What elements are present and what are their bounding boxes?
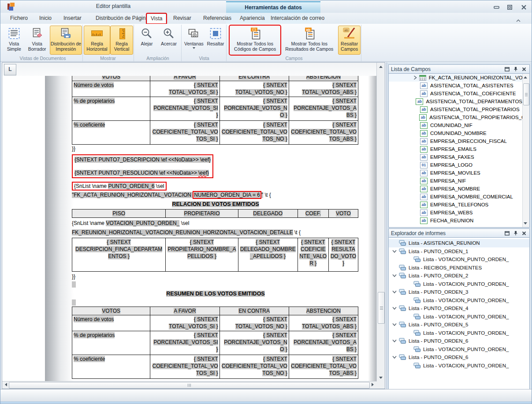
tab-distribucion-pagina[interactable]: Distribución de Página (92, 14, 152, 23)
votacion-snlist-line[interactable]: {SnList \name VOTACION_PUNTO_ORDEN_ \sel (72, 220, 359, 227)
scroll-down-arrow[interactable] (522, 220, 528, 226)
votes-header-cell[interactable]: EN CONTRA (219, 76, 289, 81)
report-tree-item[interactable]: Lista - VOTACION_PUNTO_ORDEN_ (389, 329, 529, 337)
field-cell[interactable]: { SNTEXT COEFICIENTE_TOTAL_VOTOS_SI } (150, 121, 219, 145)
field-cell[interactable]: { SNTEXT PORCENTAJE_VOTOS_ABS } (289, 97, 358, 121)
minimize-button[interactable] (491, 4, 501, 11)
votes-header-cell[interactable]: VOTOS (72, 76, 150, 81)
field-code[interactable]: { SNTEXT COEFICIENTE_TOTAL_VOTOS_ABS } (291, 122, 357, 142)
field-code[interactable]: { SNTEXT RESULTADO_VOTO } (331, 239, 356, 266)
field-list-item[interactable]: 01EMPRESA_LOGO (389, 161, 529, 169)
field-code[interactable]: { SNTEXT COEFICIENTE_VALOR } (299, 239, 327, 266)
report-tree-item[interactable]: Lista - VOTACION_PUNTO_ORDEN_ (389, 345, 529, 354)
restore-button[interactable] (505, 4, 514, 11)
tab-referencias[interactable]: Referencias (200, 14, 235, 23)
field-code[interactable]: { SNTEXT TOTAL_VOTOS_ABS } (302, 82, 357, 95)
field-list-item[interactable]: abFECHA_REUNION (389, 217, 529, 224)
expander-icon[interactable] (392, 250, 399, 253)
field-cell[interactable]: { SNTEXT TOTAL_VOTOS_ABS } (289, 315, 358, 331)
fields-scrollbar[interactable] (522, 74, 529, 227)
field-list-item[interactable]: abEMPRESA_NIF (389, 177, 529, 185)
field-list-item[interactable]: abASISTENCIA_TOTAL_DEPARTAMENTOS_... (389, 97, 529, 105)
report-tree-item[interactable]: Lista - VOTACION_PUNTO_ORDEN_ (389, 280, 529, 288)
punto7-resolucion-field[interactable]: {SNTEXT PUNTO7_RESOLUCION \ef <<NoData>>… (74, 169, 211, 176)
mostrar-resultados-campos-button[interactable]: ab Mostrar Todos los Resultados de Campo… (280, 26, 338, 55)
document-page[interactable]: VOTOSA FAVOREN CONTRAABSTENCIONNúmero de… (72, 76, 359, 382)
tab-inicio[interactable]: Inicio (36, 14, 55, 23)
field-cell[interactable]: { SNTEXT PORCENTAJE_VOTOS_NO } (219, 331, 289, 355)
field-cell[interactable]: { SNTEXT TOTAL_VOTOS_NO } (219, 81, 289, 97)
field-cell[interactable]: { SNTEXT PORCENTAJE_VOTOS_SI } (150, 331, 219, 355)
report-tree-item[interactable]: Lista - PUNTO_ORDEN_5 (389, 321, 529, 329)
report-tree-item[interactable]: Lista - PUNTO_ORDEN_2 (389, 272, 529, 280)
relacion-field-cell[interactable]: { SNTEXT PROPIETARIO_NOMBRE_APELLIDOS } (166, 238, 238, 272)
field-cell[interactable]: { SNTEXT PORCENTAJE_VOTOS_NO } (219, 97, 289, 121)
distribucion-impresion-button[interactable]: Distribución de Impresión (50, 26, 82, 55)
tab-vista[interactable]: Vista (147, 14, 166, 23)
fields-scroll-thumb[interactable] (523, 83, 529, 105)
relacion-field-cell[interactable]: { SNTEXT DESCRIPCION_FINCA_DEPARTAMENTOS… (72, 238, 166, 272)
report-tree-item[interactable]: Lista - PUNTO_ORDEN_3 (389, 288, 529, 296)
tab-revisar[interactable]: Revisar (170, 14, 195, 23)
field-cell[interactable]: { SNTEXT COEFICIENTE_TOTAL_VOTOS_NO } (219, 355, 289, 379)
scroll-right-arrow[interactable] (369, 382, 376, 388)
field-list-item[interactable]: abASISTENCIA_TOTAL_COEFICIENTE (389, 90, 529, 97)
field-list-item[interactable]: abASISTENCIA_TOTAL_ASISTENTES (389, 82, 529, 90)
relacion-header-cell[interactable]: COEF. (298, 209, 328, 218)
report-tree-item[interactable]: Lista - PUNTO_ORDEN_4 (389, 304, 529, 313)
field-cell[interactable]: { SNTEXT PORCENTAJE_VOTOS_SI } (150, 97, 219, 121)
ventanas-button[interactable]: Ventanas (182, 26, 205, 55)
field-list-item[interactable]: abEMPRESA_DIRECCION_FISCAL (389, 137, 529, 145)
expander-icon[interactable] (392, 307, 399, 310)
field-cell[interactable]: { SNTEXT PORCENTAJE_VOTOS_ABS } (289, 331, 358, 355)
field-code[interactable]: { SNTEXT PORCENTAJE_VOTOS_NO } (224, 332, 287, 352)
field-cell[interactable]: { SNTEXT TOTAL_VOTOS_NO } (219, 315, 289, 331)
field-cell[interactable]: { SNTEXT TOTAL_VOTOS_SI } (150, 315, 219, 331)
relacion-header-cell[interactable]: VOTO (328, 209, 358, 218)
vista-borrador-button[interactable]: Vista Borrador (24, 26, 49, 55)
row-label-cell[interactable]: Número de votos (72, 315, 150, 331)
field-list-item[interactable]: abEMPRESA_EMAILS (389, 145, 529, 153)
field-code[interactable]: { SNTEXT TOTAL_VOTOS_NO } (235, 316, 287, 329)
regla-horizontal-button[interactable]: Regla Horizontal (84, 26, 110, 55)
field-code[interactable]: { SNTEXT COEFICIENTE_TOTAL_VOTOS_NO } (222, 356, 287, 376)
votes-header-cell[interactable]: A FAVOR (150, 76, 219, 81)
field-cell[interactable]: { SNTEXT COEFICIENTE_TOTAL_VOTOS_ABS } (289, 121, 358, 145)
float-icon[interactable] (505, 229, 510, 237)
scroll-up-arrow[interactable] (377, 64, 384, 70)
scroll-up-arrow[interactable] (522, 74, 528, 80)
field-cell[interactable]: { SNTEXT COEFICIENTE_TOTAL_VOTOS_SI } (150, 355, 219, 379)
field-list-item[interactable]: abEMPRESA_FAXES (389, 153, 529, 161)
tab-fichero[interactable]: Fichero (7, 14, 31, 23)
vertical-scroll-thumb[interactable] (378, 292, 385, 324)
report-tree-item[interactable]: Lista - PUNTO_ORDEN_6 (389, 353, 529, 362)
field-code[interactable]: { SNTEXT PROPIETARIO_NOMBRE_APELLIDOS } (167, 239, 236, 259)
field-code[interactable]: { SNTEXT TOTAL_VOTOS_NO } (235, 82, 287, 95)
votes-header-cell[interactable]: ABSTENCION (289, 76, 358, 81)
report-tree-item[interactable]: Lista - ASISTENCIA_REUNION (389, 239, 529, 247)
field-code[interactable]: { SNTEXT PORCENTAJE_VOTOS_SI } (153, 98, 218, 118)
row-label-cell[interactable]: % de propietarios (72, 331, 150, 355)
pin-icon[interactable] (513, 229, 518, 237)
field-cell[interactable]: { SNTEXT COEFICIENTE_TOTAL_VOTOS_NO } (219, 121, 289, 145)
votes-header-cell[interactable]: ABSTENCION (289, 307, 358, 315)
row-label-cell[interactable]: % coeficiente (72, 355, 150, 379)
field-code[interactable]: { SNTEXT DESCRIPCION_FINCA_DEPARTAMENTOS… (75, 239, 162, 259)
field-list-item[interactable]: abEMPRESA_NOMBRE_COMERCIAL (389, 193, 529, 201)
mostrar-codigos-campos-button[interactable]: {} Mostrar Todos los Códigos de Campos (230, 26, 280, 55)
tab-intercalacion-correo[interactable]: Intercalación de correo (267, 14, 328, 23)
field-list-item[interactable]: abASISTENCIA_TOTAL_PROPIETARIOS_C... (389, 113, 529, 121)
field-list-item[interactable]: abCOMUNIDAD_NIF (389, 121, 529, 129)
field-code[interactable]: { SNTEXT PORCENTAJE_VOTOS_ABS } (294, 332, 357, 352)
field-code[interactable]: { SNTEXT COEFICIENTE_TOTAL_VOTOS_ABS } (291, 356, 357, 376)
expander-icon[interactable] (392, 339, 399, 343)
votes-header-cell[interactable]: VOTOS (72, 307, 150, 315)
field-code[interactable]: { SNTEXT PORCENTAJE_VOTOS_ABS } (294, 98, 357, 118)
scroll-down-arrow[interactable] (377, 374, 384, 381)
vista-simple-button[interactable]: Vista Simple (4, 26, 24, 55)
pin-icon[interactable] (513, 65, 518, 73)
field-code[interactable]: { SNTEXT COEFICIENTE_TOTAL_VOTOS_SI } (153, 122, 218, 142)
float-icon[interactable] (505, 65, 510, 73)
field-cell[interactable]: { SNTEXT COEFICIENTE_TOTAL_VOTOS_ABS } (289, 355, 358, 379)
field-code[interactable]: { SNTEXT COEFICIENTE_TOTAL_VOTOS_SI } (153, 356, 218, 376)
